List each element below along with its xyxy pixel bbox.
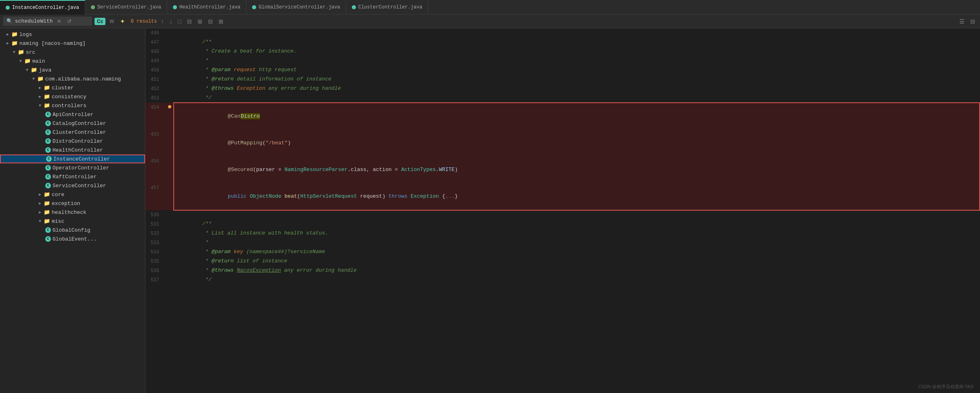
sidebar-item-cluster[interactable]: 📁 cluster xyxy=(0,83,145,92)
folder-icon: 📁 xyxy=(44,102,50,109)
sidebar-item-naming[interactable]: 📁 naming [nacos-naming] xyxy=(0,39,145,48)
search-input[interactable]: scheduleWith xyxy=(15,18,53,24)
tab-dot-green xyxy=(91,5,95,9)
collapse-button[interactable]: ⊟ xyxy=(185,17,193,25)
sidebar-item-controllers[interactable]: 📁 controllers xyxy=(0,101,145,110)
gutter-cell xyxy=(166,183,174,210)
table-row: 452 * @throws Exception any error during… xyxy=(145,84,980,93)
sidebar-item-label: GlobalConfig xyxy=(53,227,90,233)
table-row: 449 * xyxy=(145,56,980,66)
chevron-icon xyxy=(39,219,41,224)
code-line: * @param request http request xyxy=(174,66,980,75)
sidebar-item-src[interactable]: 📁 src xyxy=(0,48,145,57)
chevron-icon xyxy=(39,210,41,215)
sidebar-item-label: CatalogController xyxy=(53,120,106,127)
gutter-cell xyxy=(166,275,174,285)
line-number: 457 xyxy=(145,183,166,210)
next-result-button[interactable]: ↓ xyxy=(168,17,174,25)
file-icon: C xyxy=(46,156,52,162)
nav-button-3[interactable]: ⊞ xyxy=(196,17,204,25)
sidebar-item-misc[interactable]: 📁 misc xyxy=(0,217,145,226)
expand-button[interactable]: □ xyxy=(176,17,183,25)
sidebar-item-main[interactable]: 📁 main xyxy=(0,57,145,66)
gutter-cell xyxy=(166,156,174,183)
folder-icon: 📁 xyxy=(24,58,31,64)
code-line xyxy=(174,28,980,38)
whole-word-button[interactable]: W xyxy=(108,18,116,25)
folder-icon: 📁 xyxy=(44,191,50,198)
table-row: 448 * Create a beat for instance. xyxy=(145,47,980,56)
tab-instance-controller[interactable]: InstanceController.java xyxy=(0,0,85,15)
regex-search-button[interactable]: ↺ xyxy=(65,17,73,25)
sidebar: 📁 logs 📁 naming [nacos-naming] 📁 src 📁 m… xyxy=(0,28,145,393)
sidebar-item-label: com.alibaba.nacos.naming xyxy=(45,76,121,82)
code-line: * Create a beat for instance. xyxy=(174,47,980,56)
sidebar-item-cluster-controller[interactable]: C ClusterController xyxy=(0,128,145,137)
sidebar-item-label: logs xyxy=(19,32,32,38)
gutter-cell xyxy=(166,47,174,56)
file-icon: C xyxy=(45,147,51,153)
tab-service-controller[interactable]: ServiceController.java xyxy=(85,0,167,15)
sidebar-item-label: src xyxy=(26,49,35,55)
chevron-icon xyxy=(19,59,22,63)
gutter-cell xyxy=(166,266,174,275)
line-number: 533 xyxy=(145,238,166,247)
clear-search-button[interactable]: ✕ xyxy=(55,17,63,25)
gutter-cell xyxy=(166,247,174,257)
gutter-bookmark xyxy=(168,105,171,108)
sidebar-item-exception[interactable]: 📁 exception xyxy=(0,199,145,208)
gutter-cell xyxy=(166,28,174,38)
nav-button-5[interactable]: ⊞ xyxy=(217,17,225,25)
filter-button[interactable]: ⊟ xyxy=(969,17,977,25)
main-layout: 📁 logs 📁 naming [nacos-naming] 📁 src 📁 m… xyxy=(0,28,980,393)
line-number: 451 xyxy=(145,75,166,84)
gutter-cell xyxy=(166,103,174,130)
line-number: 455 xyxy=(145,130,166,156)
search-bar: 🔍 scheduleWith ✕ ↺ Cc W ✦ 0 results ↑ ↓ … xyxy=(0,15,980,28)
sidebar-item-global-event[interactable]: C GlobalEvent... xyxy=(0,235,145,243)
list-view-button[interactable]: ☰ xyxy=(958,17,966,25)
sidebar-item-label: consistency xyxy=(52,94,86,100)
table-row: 447 /** xyxy=(145,38,980,47)
sidebar-item-com[interactable]: 📁 com.alibaba.nacos.naming xyxy=(0,74,145,83)
line-number: 534 xyxy=(145,247,166,257)
nav-button-4[interactable]: ⊟ xyxy=(206,17,215,25)
folder-icon: 📁 xyxy=(11,31,18,38)
sidebar-item-operator-controller[interactable]: C OperatorController xyxy=(0,163,145,172)
sidebar-item-service-controller[interactable]: C ServiceController xyxy=(0,181,145,190)
star-button[interactable]: ✦ xyxy=(118,17,127,26)
sidebar-item-java[interactable]: 📁 java xyxy=(0,66,145,74)
chevron-icon xyxy=(39,192,41,197)
sidebar-item-label: InstanceController xyxy=(53,156,110,162)
tab-label: InstanceController.java xyxy=(12,5,79,11)
chevron-icon xyxy=(39,104,41,108)
tab-dot-cyan xyxy=(252,5,256,9)
search-icon: 🔍 xyxy=(6,18,13,24)
file-icon: C xyxy=(45,174,51,180)
tab-cluster-controller[interactable]: ClusterController.java xyxy=(346,0,428,15)
folder-icon: 📁 xyxy=(37,76,44,82)
line-number: 454 xyxy=(145,103,166,130)
tab-health-controller[interactable]: HealthController.java xyxy=(167,0,246,15)
sidebar-item-raft-controller[interactable]: C RaftController xyxy=(0,172,145,181)
sidebar-item-distro-controller[interactable]: C DistroController xyxy=(0,137,145,146)
sidebar-item-instance-controller[interactable]: C InstanceController xyxy=(0,154,145,163)
gutter-cell xyxy=(166,75,174,84)
sidebar-item-logs[interactable]: 📁 logs xyxy=(0,30,145,39)
tab-global-service-controller[interactable]: GlobalServiceController.java xyxy=(246,0,346,15)
gutter-cell xyxy=(166,93,174,103)
sidebar-item-global-config[interactable]: C GlobalConfig xyxy=(0,226,145,235)
case-sensitive-button[interactable]: Cc xyxy=(95,18,105,25)
sidebar-item-api-controller[interactable]: C ApiController xyxy=(0,110,145,119)
prev-result-button[interactable]: ↑ xyxy=(159,17,165,25)
sidebar-item-catalog-controller[interactable]: C CatalogController xyxy=(0,119,145,128)
code-line: @Secured(parser = NamingResourceParser.c… xyxy=(174,156,980,183)
code-editor[interactable]: 446 447 /** 448 * Create a beat for inst… xyxy=(145,28,980,393)
sidebar-item-health-controller[interactable]: C HealthController xyxy=(0,146,145,154)
sidebar-item-healthcheck[interactable]: 📁 healthcheck xyxy=(0,208,145,217)
gutter-cell xyxy=(166,66,174,75)
table-row: 446 xyxy=(145,28,980,38)
sidebar-item-core[interactable]: 📁 core xyxy=(0,190,145,199)
sidebar-item-label: ServiceController xyxy=(53,183,106,189)
sidebar-item-consistency[interactable]: 📁 consistency xyxy=(0,92,145,101)
